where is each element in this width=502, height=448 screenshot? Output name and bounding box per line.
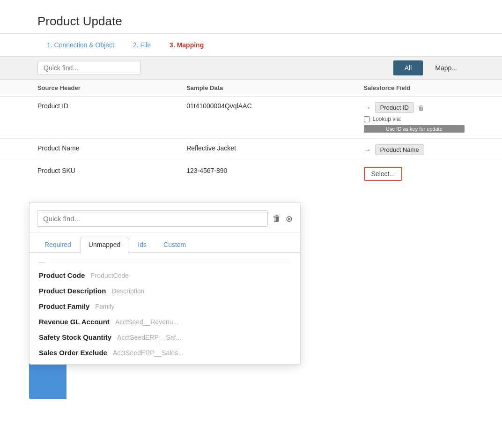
arrow-icon: →	[364, 104, 371, 112]
steps-nav: 1. Connection & Object 2. File 3. Mappin…	[0, 34, 502, 57]
step-file[interactable]: 2. File	[124, 39, 160, 51]
lookup-label: Lookup via:	[373, 116, 401, 122]
list-item[interactable]: Product Family Family	[30, 299, 300, 314]
sample-cell: 01t41000004QvqlAAC	[149, 97, 326, 139]
list-item[interactable]: Sales Order Exclude AcctSeedERP__Sales..…	[30, 345, 300, 360]
list-item[interactable]: Product Description Description	[30, 283, 300, 299]
sf-field-cell: → Product ID 🗑 Lookup via: Use ID as key…	[326, 97, 502, 139]
all-button[interactable]: All	[393, 60, 423, 75]
col-source-header: Source Header	[0, 80, 149, 97]
table-row: Product ID 01t41000004QvqlAAC → Product …	[0, 97, 502, 139]
tab-custom[interactable]: Custom	[156, 237, 193, 253]
select-button[interactable]: Select...	[364, 167, 403, 181]
lookup-checkbox[interactable]	[364, 116, 370, 122]
mapped-button[interactable]: Mapp...	[428, 60, 465, 75]
dropdown-panel: 🗑 ⊗ Required Unmapped Ids Custom — Produ…	[29, 202, 301, 365]
tab-required[interactable]: Required	[37, 237, 79, 253]
sf-field-cell: Select...	[326, 161, 502, 187]
mapping-table: Source Header Sample Data Salesforce Fie…	[0, 80, 502, 187]
dropdown-close-button[interactable]: ⊗	[286, 214, 293, 224]
sf-badge: Product ID	[375, 102, 414, 113]
item-label: Product Description	[39, 287, 106, 295]
page-title: Product Update	[0, 0, 502, 34]
list-item[interactable]: Revenue GL Account AcctSeed__Revenu...	[30, 314, 300, 329]
dropdown-search-input[interactable]	[37, 210, 268, 227]
item-label: Product Family	[39, 302, 89, 310]
quick-find-input[interactable]	[37, 61, 140, 75]
step-mapping[interactable]: 3. Mapping	[160, 39, 213, 51]
dropdown-search-row: 🗑 ⊗	[30, 203, 300, 233]
sample-cell: Reflective Jacket	[149, 139, 326, 161]
dropdown-list: — Product Code ProductCode Product Descr…	[30, 253, 300, 364]
step-connection[interactable]: 1. Connection & Object	[37, 39, 124, 51]
list-separator: —	[30, 257, 300, 268]
item-label: Product Code	[39, 271, 85, 279]
arrow-icon: →	[364, 146, 371, 154]
item-label: Sales Order Exclude	[39, 349, 107, 357]
table-row: Product Name Reflective Jacket → Product…	[0, 139, 502, 161]
sf-badge: Product Name	[375, 144, 424, 155]
sample-cell: 123-4567-890	[149, 161, 326, 187]
use-id-button[interactable]: Use ID as key for update	[364, 125, 465, 133]
sf-field-cell: → Product Name	[326, 139, 502, 161]
col-sf-field: Salesforce Field	[326, 80, 502, 97]
item-api: Description	[111, 287, 144, 295]
delete-icon[interactable]: 🗑	[418, 104, 424, 112]
item-label: Safety Stock Quantity	[39, 333, 111, 341]
list-item[interactable]: Product Code ProductCode	[30, 268, 300, 283]
page-container: Product Update 1. Connection & Object 2.…	[0, 0, 502, 448]
tab-unmapped[interactable]: Unmapped	[81, 237, 129, 253]
item-api: Family	[95, 303, 114, 310]
dropdown-tabs: Required Unmapped Ids Custom	[30, 233, 300, 253]
source-cell: Product Name	[0, 139, 149, 161]
item-label: Revenue GL Account	[39, 318, 110, 326]
table-row: Product SKU 123-4567-890 Select...	[0, 161, 502, 187]
item-api: AcctSeedERP__Sales...	[113, 349, 184, 357]
toolbar: All Mapp...	[0, 57, 502, 80]
item-api: ProductCode	[90, 272, 129, 279]
dropdown-delete-button[interactable]: 🗑	[273, 214, 281, 224]
list-item[interactable]: Safety Stock Quantity AcctSeedERP__Saf..…	[30, 329, 300, 345]
tab-ids[interactable]: Ids	[130, 237, 154, 253]
source-cell: Product ID	[0, 97, 149, 139]
item-api: AcctSeedERP__Saf...	[117, 334, 181, 341]
col-sample-data: Sample Data	[149, 80, 326, 97]
item-api: AcctSeed__Revenu...	[115, 318, 178, 326]
source-cell: Product SKU	[0, 161, 149, 187]
